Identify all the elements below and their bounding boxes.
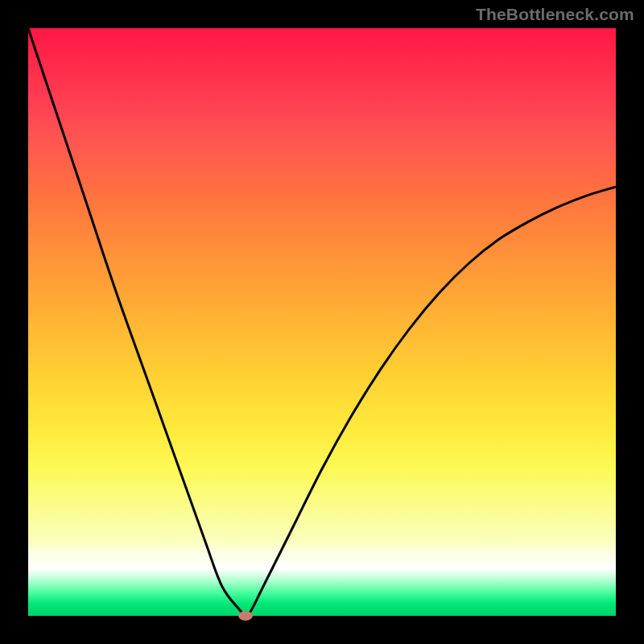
watermark-text: TheBottleneck.com — [476, 5, 634, 24]
plot-area — [28, 28, 616, 616]
bottleneck-curve — [28, 28, 616, 616]
chart-frame: TheBottleneck.com — [0, 0, 644, 644]
optimal-point-marker — [238, 611, 253, 621]
